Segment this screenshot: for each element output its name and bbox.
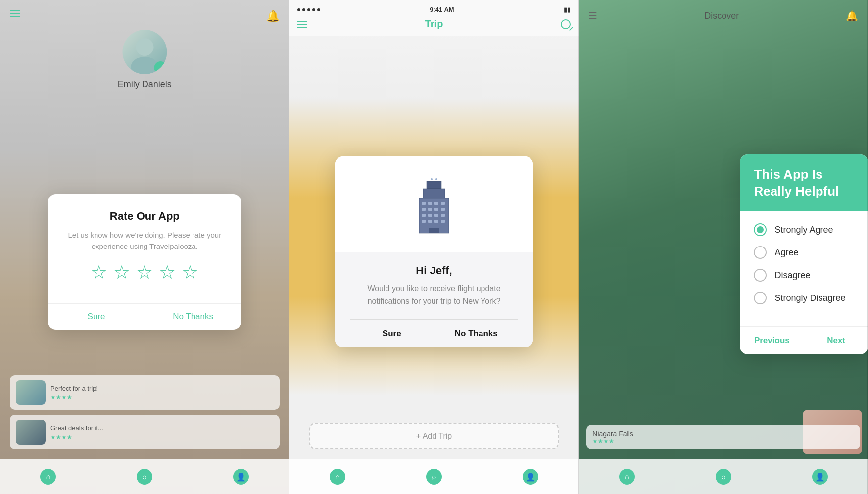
svg-rect-21 <box>441 220 445 223</box>
no-thanks-button[interactable]: No Thanks <box>145 304 241 330</box>
menu-icon[interactable] <box>297 21 307 28</box>
star-3[interactable]: ☆ <box>136 263 153 282</box>
svg-rect-10 <box>422 208 426 211</box>
survey-option-strongly-agree[interactable]: Strongly Agree <box>754 223 854 236</box>
status-time: 9:41 AM <box>430 6 454 13</box>
svg-rect-19 <box>428 220 432 223</box>
search-icon[interactable] <box>561 19 571 29</box>
star-4[interactable]: ☆ <box>159 263 176 282</box>
dot-4 <box>312 8 315 11</box>
back-icon[interactable]: ☰ <box>588 10 597 22</box>
survey-title: This App Is Really Helpful <box>754 166 854 200</box>
no-thanks-button[interactable]: No Thanks <box>434 320 519 347</box>
bottom-bar: ⌂ ⌕ 👤 <box>579 459 868 494</box>
svg-rect-16 <box>434 214 438 217</box>
nav-title: Trip <box>425 18 443 30</box>
home-icon[interactable]: ⌂ <box>619 469 635 485</box>
add-trip-label: + Add Trip <box>416 432 452 440</box>
page-title: Discover <box>704 11 739 21</box>
panel-2-header: 9:41 AM ▮▮ Trip <box>289 0 579 36</box>
nav-bar: Trip <box>297 16 571 32</box>
svg-rect-11 <box>428 208 432 211</box>
rate-title: Rate Our App <box>62 210 227 223</box>
notification-icon[interactable]: 🔔 <box>266 10 280 23</box>
svg-rect-14 <box>422 214 426 217</box>
signal-dots <box>297 8 320 11</box>
svg-rect-6 <box>422 202 426 205</box>
status-bar: 9:41 AM ▮▮ <box>297 6 571 13</box>
hero-image <box>579 188 740 306</box>
radio-strongly-agree[interactable] <box>754 223 767 236</box>
radio-inner <box>757 226 764 233</box>
star-5[interactable]: ☆ <box>182 263 198 282</box>
svg-rect-9 <box>441 202 445 205</box>
place-card-1[interactable]: Niagara Falls ★★★★ <box>586 425 860 449</box>
profile-icon[interactable]: 👤 <box>523 469 538 485</box>
panel-3: ☰ Discover 🔔 This App Is Really Helpful … <box>579 0 868 494</box>
flight-greeting: Hi Jeff, <box>350 264 518 277</box>
svg-point-27 <box>615 262 740 306</box>
rate-card-body: Rate Our App Let us know how we're doing… <box>48 194 241 303</box>
radio-agree[interactable] <box>754 246 767 259</box>
radio-strongly-disagree[interactable] <box>754 292 767 304</box>
notification-icon[interactable]: 🔔 <box>846 10 858 22</box>
svg-point-0 <box>136 38 153 56</box>
search-icon[interactable]: ⌕ <box>716 469 731 485</box>
survey-buttons: Previous Next <box>740 326 868 354</box>
survey-option-strongly-disagree[interactable]: Strongly Disagree <box>754 292 854 304</box>
rate-description: Let us know how we're doing. Please rate… <box>62 230 227 252</box>
add-trip-section[interactable]: + Add Trip <box>309 423 559 449</box>
place-stars: ★★★★ <box>592 438 854 445</box>
survey-option-agree[interactable]: Agree <box>754 246 854 259</box>
panel-3-top-bar: ☰ Discover 🔔 <box>588 10 858 22</box>
list-item[interactable]: Perfect for a trip! ★★★★ <box>10 375 280 410</box>
home-icon[interactable]: ⌂ <box>330 469 345 485</box>
star-1[interactable]: ☆ <box>91 263 107 282</box>
svg-rect-13 <box>441 208 445 211</box>
sure-button[interactable]: Sure <box>48 304 145 330</box>
radio-disagree[interactable] <box>754 269 767 282</box>
home-icon[interactable]: ⌂ <box>40 469 56 485</box>
option-label-strongly-disagree: Strongly Disagree <box>774 293 845 303</box>
list-thumbnail <box>16 380 46 405</box>
option-label-agree: Agree <box>774 247 798 258</box>
survey-body: Strongly Agree Agree Disagree Strongly D… <box>740 211 868 326</box>
dot-2 <box>302 8 305 11</box>
survey-option-disagree[interactable]: Disagree <box>754 269 854 282</box>
svg-rect-7 <box>428 202 432 205</box>
profile-icon[interactable]: 👤 <box>233 469 249 485</box>
menu-icon[interactable] <box>10 10 20 23</box>
dot-5 <box>317 8 320 11</box>
svg-rect-25 <box>579 188 740 306</box>
dot-1 <box>297 8 300 11</box>
svg-point-23 <box>431 178 433 180</box>
avatar <box>122 30 167 74</box>
list-items: Perfect for a trip! ★★★★ Great deals for… <box>10 375 280 454</box>
star-rating[interactable]: ☆ ☆ ☆ ☆ ☆ <box>62 263 227 282</box>
option-label-disagree: Disagree <box>774 270 810 281</box>
previous-button[interactable]: Previous <box>740 327 804 354</box>
svg-point-28 <box>620 242 699 272</box>
survey-modal: This App Is Really Helpful Strongly Agre… <box>740 154 868 355</box>
list-item-stars: ★★★★ <box>50 394 98 401</box>
search-icon[interactable]: ⌕ <box>426 469 442 485</box>
rate-buttons: Sure No Thanks <box>48 303 241 330</box>
flight-card-bottom: Hi Jeff, Would you like to receive fligh… <box>335 252 533 347</box>
svg-point-1 <box>131 57 158 74</box>
survey-header: This App Is Really Helpful <box>740 154 868 212</box>
svg-point-24 <box>435 178 437 180</box>
list-thumbnail <box>16 420 46 445</box>
list-item[interactable]: Great deals for it... ★★★★ <box>10 415 280 449</box>
star-2[interactable]: ☆ <box>113 263 130 282</box>
place-cards: Niagara Falls ★★★★ <box>586 425 860 454</box>
svg-rect-12 <box>434 208 438 211</box>
search-icon[interactable]: ⌕ <box>137 469 152 485</box>
sure-button[interactable]: Sure <box>350 320 434 347</box>
next-button[interactable]: Next <box>804 327 868 354</box>
bottom-bar: ⌂ ⌕ 👤 <box>289 459 579 494</box>
svg-rect-15 <box>428 214 432 217</box>
profile-icon[interactable]: 👤 <box>812 469 828 485</box>
panel-2: 9:41 AM ▮▮ Trip <box>289 0 579 494</box>
svg-rect-8 <box>434 202 438 205</box>
building-illustration <box>404 171 464 246</box>
